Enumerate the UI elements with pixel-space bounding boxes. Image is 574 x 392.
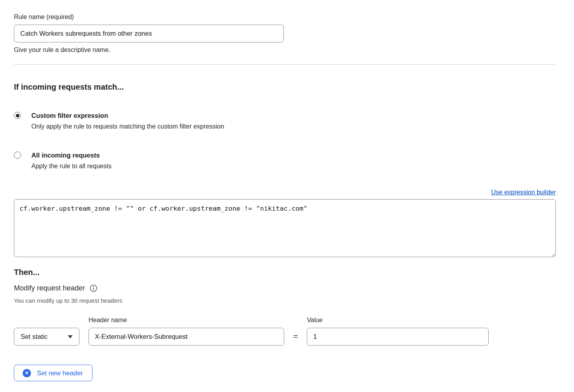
radio-dot — [16, 114, 19, 117]
header-name-column: Header name — [89, 316, 284, 346]
radio-custom-filter[interactable] — [14, 112, 21, 119]
operation-select[interactable]: Set static — [14, 328, 79, 346]
header-name-input[interactable] — [89, 328, 284, 346]
then-section-heading: Then... — [14, 267, 556, 277]
header-fields-row: Set static Header name = Value — [14, 316, 556, 346]
header-value-column: Value — [307, 316, 489, 346]
radio-option-all-requests[interactable]: All incoming requests Apply the rule to … — [14, 151, 556, 170]
use-expression-builder-link[interactable]: Use expression builder — [491, 189, 556, 196]
radio-custom-filter-label[interactable]: Custom filter expression — [31, 111, 224, 119]
rule-name-input[interactable] — [14, 25, 284, 42]
radio-all-requests-description: Apply the rule to all requests — [31, 162, 112, 170]
radio-all-requests[interactable] — [14, 152, 21, 159]
equals-column: = — [284, 328, 307, 346]
plus-icon — [23, 369, 31, 377]
header-name-label: Header name — [89, 316, 284, 324]
radio-all-requests-label[interactable]: All incoming requests — [31, 151, 112, 159]
modify-request-header-label: Modify request header — [14, 284, 85, 292]
builder-link-row: Use expression builder — [14, 188, 556, 196]
operation-select-value: Set static — [21, 333, 48, 340]
set-new-header-label: Set new header — [37, 369, 83, 377]
rule-name-label: Rule name (required) — [14, 13, 556, 21]
radio-option-custom-filter[interactable]: Custom filter expression Only apply the … — [14, 111, 556, 131]
filter-expression-textarea[interactable]: cf.worker.upstream_zone != "" or cf.work… — [14, 199, 556, 257]
rule-name-helper: Give your rule a descriptive name. — [14, 46, 556, 54]
info-icon[interactable] — [90, 284, 97, 292]
operation-column: Set static — [14, 328, 79, 346]
equals-sign: = — [293, 332, 298, 341]
radio-option-texts: Custom filter expression Only apply the … — [31, 111, 224, 131]
modify-header-helper: You can modify up to 30 request headers — [14, 297, 556, 304]
chevron-down-icon — [68, 335, 73, 338]
header-value-label: Value — [307, 316, 489, 324]
radio-custom-filter-description: Only apply the rule to requests matching… — [31, 123, 224, 131]
header-value-input[interactable] — [307, 328, 489, 346]
match-section-heading: If incoming requests match... — [14, 82, 556, 92]
action-row: Modify request header — [14, 284, 556, 292]
set-new-header-button[interactable]: Set new header — [14, 365, 92, 381]
rule-editor-form: Rule name (required) Give your rule a de… — [14, 0, 556, 381]
radio-option-texts: All incoming requests Apply the rule to … — [31, 151, 112, 170]
section-divider — [14, 64, 556, 65]
